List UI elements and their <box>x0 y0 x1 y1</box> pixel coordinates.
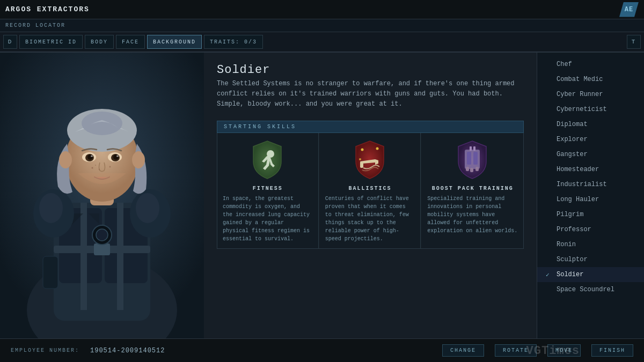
fitness-label: FITNESS <box>253 186 283 191</box>
bg-list-item[interactable]: Gangster <box>537 147 644 162</box>
bg-list-item-label: Professor <box>557 226 591 233</box>
svg-rect-33 <box>43 256 58 289</box>
bg-list-item[interactable]: Chef <box>537 57 644 72</box>
app-title: ARGOS EXTRACTORS <box>5 5 619 13</box>
ballistics-desc: Centuries of conflict have proven that w… <box>325 195 415 243</box>
bg-list-item-label: Space Scoundrel <box>557 286 614 293</box>
svg-rect-5 <box>80 203 87 310</box>
svg-point-30 <box>132 151 145 168</box>
svg-rect-45 <box>470 146 472 151</box>
bg-list-item[interactable]: Diplomat <box>537 117 644 132</box>
bg-list-item-label: Cyberneticist <box>557 106 607 113</box>
background-list: ChefCombat MedicCyber RunnerCyberneticis… <box>537 53 644 338</box>
tab-body[interactable]: BODY <box>85 35 114 49</box>
svg-point-22 <box>113 154 119 160</box>
bg-list-item-label: Long Hauler <box>557 196 599 203</box>
change-button[interactable]: CHANGE <box>442 344 484 357</box>
fitness-icon <box>250 139 285 181</box>
check-icon: ✓ <box>546 271 553 278</box>
bg-list-item[interactable]: Cyber Runner <box>537 87 644 102</box>
bg-list-item[interactable]: Sculptor <box>537 252 644 267</box>
background-description: The Settled Systems is no stranger to wa… <box>217 79 517 110</box>
bg-list-item-label: Gangster <box>557 151 588 158</box>
top-bar: ARGOS EXTRACTORS AE <box>0 0 644 19</box>
svg-rect-46 <box>473 146 475 151</box>
employee-label: EMPLOYEE NUMBER: <box>11 348 79 353</box>
bg-list-item[interactable]: Space Scoundrel <box>537 282 644 297</box>
bg-list-item-label: Chef <box>557 61 572 68</box>
bg-list-item[interactable]: Long Hauler <box>537 192 644 207</box>
nav-tabs: D BIOMETRIC ID BODY FACE BACKGROUND TRAI… <box>0 32 644 53</box>
svg-rect-41 <box>473 152 478 165</box>
tab-biometric[interactable]: BIOMETRIC ID <box>19 35 83 49</box>
boost-pack-desc: Specialized training and innovations in … <box>427 195 518 235</box>
svg-rect-6 <box>117 203 123 310</box>
nav-right-btn[interactable]: T <box>627 35 641 49</box>
svg-point-21 <box>87 154 93 160</box>
svg-point-11 <box>39 193 63 223</box>
ballistics-icon-area <box>351 138 389 181</box>
skills-header: STARTING SKILLS <box>217 121 524 133</box>
skill-ballistics: BALLISTICS Centuries of conflict have pr… <box>320 133 421 248</box>
skills-section: STARTING SKILLS <box>217 121 524 249</box>
vgtimes-watermark: VGTimes <box>526 344 580 358</box>
svg-rect-40 <box>467 152 471 165</box>
ae-logo: AE <box>619 2 639 17</box>
info-panel: Soldier The Settled Systems is no strang… <box>204 53 537 338</box>
svg-point-25 <box>92 167 93 169</box>
svg-point-23 <box>91 156 93 157</box>
skills-grid: FITNESS In space, the greatest commodity… <box>217 133 524 249</box>
background-title: Soldier <box>217 63 524 77</box>
finish-button[interactable]: FINISH <box>591 344 633 357</box>
svg-point-28 <box>95 165 96 166</box>
bg-list-item-label: Ronin <box>557 241 576 248</box>
svg-point-37 <box>359 158 361 160</box>
bg-list-item[interactable]: Explorer <box>537 132 644 147</box>
svg-point-36 <box>376 147 378 150</box>
record-locator-label: RECORD LOCATOR <box>5 23 65 28</box>
bg-list-item-label: Diplomat <box>557 121 588 128</box>
character-portrait <box>0 53 204 338</box>
boost-pack-icon <box>455 139 490 181</box>
svg-point-27 <box>109 166 111 168</box>
bg-list-item[interactable]: Cyberneticist <box>537 102 644 117</box>
portrait-area <box>0 53 204 338</box>
tab-background[interactable]: BACKGROUND <box>147 35 202 49</box>
svg-rect-42 <box>466 167 469 171</box>
svg-rect-8 <box>94 243 110 255</box>
bg-list-item[interactable]: ✓Soldier <box>537 267 644 282</box>
tab-traits[interactable]: TRAITS: 0/3 <box>204 35 263 49</box>
svg-point-32 <box>96 229 108 241</box>
boost-pack-icon-area <box>454 138 492 181</box>
bg-list-item[interactable]: Combat Medic <box>537 72 644 87</box>
svg-point-24 <box>116 156 119 157</box>
skill-boost-pack: BOOST PACK TRAINING Specialized training… <box>422 133 523 248</box>
nav-left-btn[interactable]: D <box>3 35 17 49</box>
bg-list-item[interactable]: Homesteader <box>537 162 644 177</box>
bg-list-item[interactable]: Industrialist <box>537 177 644 192</box>
svg-point-29 <box>59 151 72 168</box>
svg-point-16 <box>82 112 122 135</box>
employee-number: 190514-2009140512 <box>90 347 165 354</box>
bg-list-item-label: Cyber Runner <box>557 91 603 98</box>
svg-point-12 <box>136 193 159 223</box>
bg-list-item-label: Combat Medic <box>557 76 603 83</box>
svg-rect-44 <box>475 167 479 171</box>
svg-rect-38 <box>360 161 363 168</box>
bg-list-item-label: Industrialist <box>557 181 607 188</box>
bg-list-item-label: Pilgrim <box>557 211 583 218</box>
bg-list-item-label: Sculptor <box>557 256 588 263</box>
svg-point-35 <box>361 148 363 151</box>
bg-list-item[interactable]: Ronin <box>537 237 644 252</box>
fitness-desc: In space, the greatest commodity is oxyg… <box>223 195 313 243</box>
ballistics-label: BALLISTICS <box>348 186 391 191</box>
bg-list-item-label: Explorer <box>557 136 588 143</box>
svg-rect-43 <box>470 168 473 172</box>
bottom-bar: EMPLOYEE NUMBER: 190514-2009140512 CHANG… <box>0 338 644 362</box>
bg-list-item[interactable]: Pilgrim <box>537 207 644 222</box>
bg-list-item[interactable]: Professor <box>537 222 644 237</box>
fitness-icon-area <box>249 138 287 181</box>
tab-face[interactable]: FACE <box>116 35 145 49</box>
skill-fitness: FITNESS In space, the greatest commodity… <box>217 133 319 248</box>
bg-list-item-label: Soldier <box>557 271 583 278</box>
